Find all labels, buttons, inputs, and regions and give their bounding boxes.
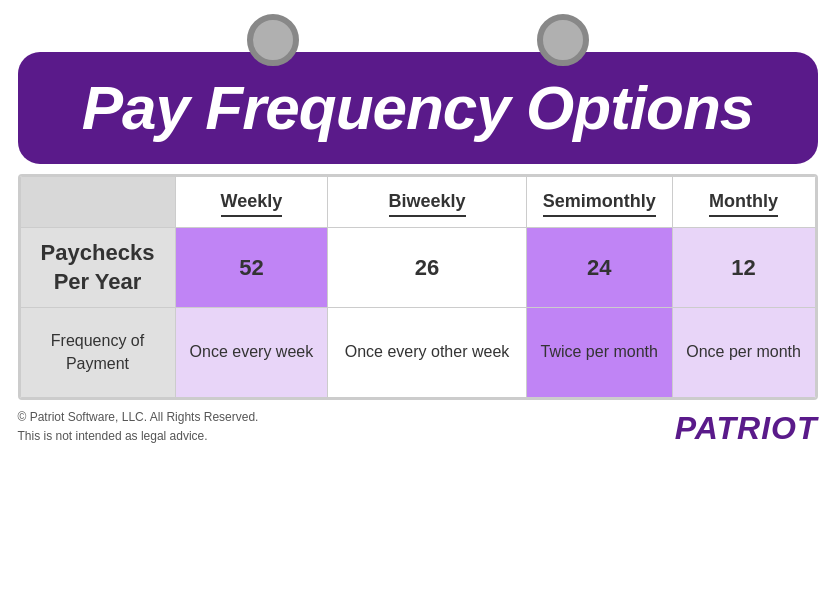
header-biweekly: Biweekly: [328, 177, 527, 228]
ring-right: [537, 14, 589, 66]
header-banner: Pay Frequency Options: [18, 52, 818, 164]
paychecks-weekly: 52: [175, 228, 328, 308]
paychecks-biweekly: 26: [328, 228, 527, 308]
table-header-row: Weekly Biweekly Semimonthly Monthly: [20, 177, 815, 228]
freq-biweekly: Once every other week: [328, 308, 527, 398]
paychecks-monthly: 12: [672, 228, 815, 308]
page-wrapper: Pay Frequency Options Weekly Biweekly Se…: [0, 0, 835, 600]
header-empty-cell: [20, 177, 175, 228]
table-wrapper: Weekly Biweekly Semimonthly Monthly: [18, 174, 818, 400]
paychecks-row: Paychecks Per Year 52 26 24 12: [20, 228, 815, 308]
ring-left: [247, 14, 299, 66]
header-weekly: Weekly: [175, 177, 328, 228]
header-monthly: Monthly: [672, 177, 815, 228]
frequency-label: Frequency of Payment: [20, 308, 175, 398]
paychecks-label: Paychecks Per Year: [20, 228, 175, 308]
footer-left: © Patriot Software, LLC. All Rights Rese…: [18, 408, 259, 446]
freq-semimonthly: Twice per month: [526, 308, 672, 398]
rings-container: [128, 0, 708, 52]
frequency-row: Frequency of Payment Once every week Onc…: [20, 308, 815, 398]
page-title: Pay Frequency Options: [48, 74, 788, 142]
copyright-text: © Patriot Software, LLC. All Rights Rese…: [18, 408, 259, 427]
patriot-logo: PATRIOT: [675, 410, 818, 447]
footer: © Patriot Software, LLC. All Rights Rese…: [18, 408, 818, 446]
freq-weekly: Once every week: [175, 308, 328, 398]
paychecks-semimonthly: 24: [526, 228, 672, 308]
pay-frequency-table: Weekly Biweekly Semimonthly Monthly: [20, 176, 816, 398]
disclaimer-text: This is not intended as legal advice.: [18, 427, 259, 446]
freq-monthly: Once per month: [672, 308, 815, 398]
header-semimonthly: Semimonthly: [526, 177, 672, 228]
